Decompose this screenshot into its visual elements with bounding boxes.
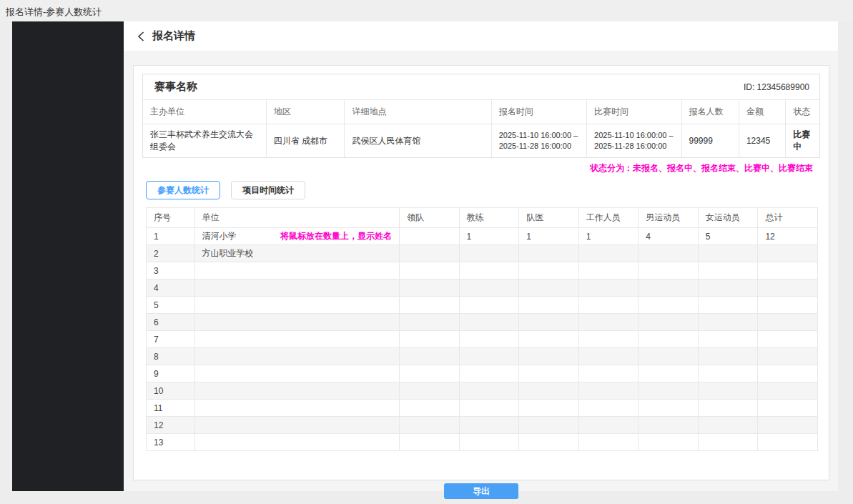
header-title: 报名详情 — [152, 29, 195, 43]
registration-time-cell: 2025-11-10 16:00:00 – 2025-11-28 16:00:0… — [491, 124, 586, 158]
unit-cell — [194, 434, 399, 451]
count-cell — [638, 434, 699, 451]
export-row: 导出 — [134, 483, 829, 499]
count-cell — [758, 297, 818, 314]
row-number-cell: 1 — [147, 228, 195, 245]
row-number-cell: 11 — [147, 400, 195, 417]
tab-participant-stats[interactable]: 参赛人数统计 — [146, 181, 220, 199]
count-cell — [578, 331, 638, 348]
unit-cell — [194, 331, 399, 348]
export-button[interactable]: 导出 — [444, 483, 518, 499]
unit-cell — [194, 314, 399, 331]
count-cell — [459, 297, 519, 314]
unit-cell — [194, 348, 399, 365]
page-title: 报名详情-参赛人数统计 — [6, 6, 102, 19]
stats-column-header: 女运动员 — [698, 208, 758, 228]
row-number-cell: 12 — [147, 417, 195, 434]
table-row: 1清河小学将鼠标放在数量上，显示姓名1114512 — [147, 228, 818, 245]
table-row: 13 — [147, 434, 818, 451]
row-number-cell: 5 — [147, 297, 195, 314]
count-cell — [400, 297, 460, 314]
table-row: 2方山职业学校 — [147, 245, 818, 262]
count-cell — [578, 400, 638, 417]
chevron-left-icon — [137, 31, 145, 42]
stats-column-header: 总计 — [758, 208, 818, 228]
event-info-column-header: 主办单位 — [143, 100, 266, 124]
count-cell — [698, 417, 758, 434]
event-info-table: 主办单位地区详细地点报名时间比赛时间报名人数金额状态 张三丰杯武术养生交流大会组… — [143, 100, 819, 157]
event-info-column-header: 报名人数 — [681, 100, 739, 124]
count-cell — [638, 400, 699, 417]
stats-table-header-row: 序号单位领队教练队医工作人员男运动员女运动员总计 — [147, 208, 818, 228]
count-cell — [578, 434, 638, 451]
count-cell — [758, 280, 818, 297]
count-cell — [758, 331, 818, 348]
event-info-column-header: 报名时间 — [491, 100, 586, 124]
stats-column-header: 工作人员 — [578, 208, 638, 228]
count-cell — [578, 348, 638, 365]
unit-cell — [194, 297, 399, 314]
unit-cell — [194, 382, 399, 400]
table-row: 10 — [147, 382, 818, 400]
count-cell — [638, 297, 699, 314]
count-cell — [459, 417, 519, 434]
row-number-cell: 3 — [147, 262, 195, 280]
event-name-title: 赛事名称 — [154, 80, 197, 94]
count-cell — [578, 314, 638, 331]
count-cell[interactable]: 4 — [638, 228, 699, 245]
count-cell — [638, 348, 699, 365]
event-info-header-row: 主办单位地区详细地点报名时间比赛时间报名人数金额状态 — [143, 100, 819, 124]
row-number-cell: 13 — [147, 434, 195, 451]
count-cell — [638, 382, 699, 400]
sidebar — [12, 21, 124, 491]
count-cell[interactable]: 5 — [698, 228, 758, 245]
count-cell — [459, 348, 519, 365]
unit-cell — [194, 365, 399, 382]
count-cell — [758, 417, 818, 434]
content-card: 赛事名称 ID: 12345689900 主办单位地区详细地点报名时间比赛时间报… — [133, 65, 829, 480]
count-cell[interactable]: 1 — [459, 228, 519, 245]
count-cell[interactable]: 12 — [758, 228, 818, 245]
event-info-column-header: 金额 — [739, 100, 785, 124]
row-number-cell: 7 — [147, 331, 195, 348]
status-legend-note: 状态分为：未报名、报名中、报名结束、比赛中、比赛结束 — [134, 162, 813, 174]
count-cell — [578, 382, 638, 400]
count-cell — [459, 365, 519, 382]
count-cell — [698, 434, 758, 451]
back-button[interactable] — [137, 31, 145, 42]
row-number-cell: 4 — [147, 280, 195, 297]
stats-column-header: 序号 — [147, 208, 195, 228]
status-badge: 比赛中 — [786, 124, 819, 158]
count-cell — [698, 280, 758, 297]
event-info-value-row: 张三丰杯武术养生交流大会组委会 四川省 成都市 武侯区人民体育馆 2025-11… — [143, 124, 819, 158]
count-cell[interactable]: 1 — [578, 228, 638, 245]
count-cell — [459, 331, 519, 348]
count-cell — [459, 262, 519, 280]
browser-top-strip: 报名详情-参赛人数统计 — [0, 0, 853, 21]
count-cell — [698, 262, 758, 280]
count-cell — [459, 280, 519, 297]
organizer-cell: 张三丰杯武术养生交流大会组委会 — [143, 124, 266, 158]
row-number-cell: 6 — [147, 314, 195, 331]
count-cell — [459, 245, 519, 262]
count-cell — [519, 262, 579, 280]
count-cell — [400, 228, 460, 245]
count-cell — [400, 382, 460, 400]
count-cell — [400, 262, 460, 280]
tab-event-time-stats[interactable]: 项目时间统计 — [231, 181, 305, 199]
count-cell — [758, 314, 818, 331]
stats-column-header: 领队 — [400, 208, 460, 228]
count-cell — [519, 400, 579, 417]
participant-stats-table: 序号单位领队教练队医工作人员男运动员女运动员总计 1清河小学将鼠标放在数量上，显… — [146, 207, 818, 451]
count-cell — [638, 365, 699, 382]
count-cell — [578, 365, 638, 382]
count-cell[interactable]: 1 — [519, 228, 579, 245]
count-cell — [638, 280, 699, 297]
count-cell — [519, 331, 579, 348]
count-cell — [698, 400, 758, 417]
row-number-cell: 9 — [147, 365, 195, 382]
count-cell — [400, 417, 460, 434]
count-cell — [758, 365, 818, 382]
table-row: 5 — [147, 297, 818, 314]
unit-cell — [194, 417, 399, 434]
